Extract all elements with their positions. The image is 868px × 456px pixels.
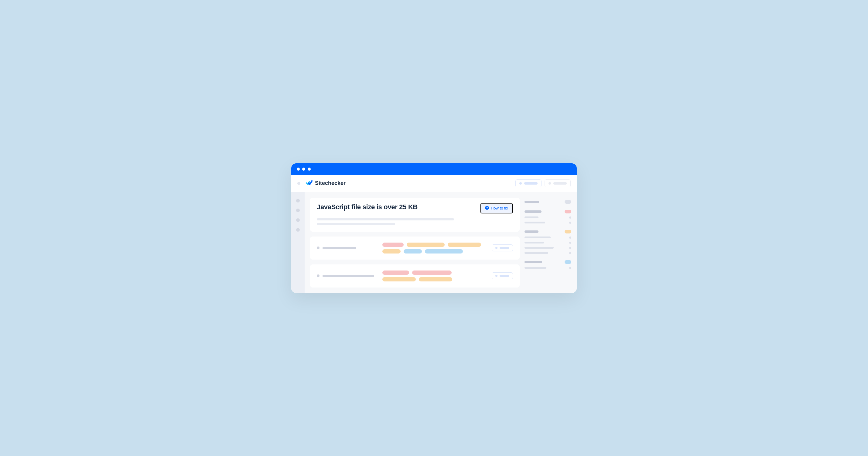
indicator-dot bbox=[569, 247, 571, 249]
status-badge bbox=[565, 230, 571, 233]
tag-badge bbox=[382, 277, 416, 282]
tag-badge bbox=[382, 249, 401, 254]
summary-subitem[interactable] bbox=[525, 222, 571, 224]
bullet-icon bbox=[317, 247, 319, 249]
checkmark-icon bbox=[305, 179, 312, 188]
summary-label bbox=[525, 222, 545, 223]
placeholder-icon bbox=[549, 182, 551, 185]
result-row bbox=[310, 236, 520, 260]
description-placeholder bbox=[317, 223, 395, 225]
tag-badge bbox=[419, 277, 452, 282]
window-control-close[interactable] bbox=[297, 168, 300, 171]
header-action-secondary[interactable] bbox=[545, 180, 571, 187]
summary-subitem[interactable] bbox=[525, 267, 571, 269]
indicator-dot bbox=[569, 236, 571, 239]
summary-label bbox=[525, 247, 554, 249]
summary-group bbox=[525, 260, 571, 269]
issue-title: JavaScript file size is over 25 KB bbox=[317, 203, 417, 211]
indicator-dot bbox=[569, 242, 571, 244]
help-icon bbox=[485, 206, 489, 211]
placeholder-icon bbox=[519, 182, 522, 185]
app-header: Sitechecker bbox=[291, 175, 577, 192]
summary-label bbox=[525, 242, 544, 243]
svg-point-1 bbox=[487, 208, 488, 209]
indicator-dot bbox=[569, 217, 571, 219]
tag-badge bbox=[448, 242, 481, 247]
url-placeholder bbox=[322, 275, 374, 277]
brand-logo[interactable]: Sitechecker bbox=[305, 179, 346, 188]
summary-label bbox=[525, 252, 548, 254]
placeholder-icon bbox=[495, 247, 497, 249]
sidebar-item[interactable] bbox=[296, 228, 300, 232]
placeholder-label bbox=[500, 247, 509, 249]
status-badge bbox=[565, 210, 571, 214]
summary-item[interactable] bbox=[525, 210, 571, 214]
result-url[interactable] bbox=[317, 274, 377, 277]
summary-item[interactable] bbox=[525, 230, 571, 233]
summary-label bbox=[525, 230, 538, 233]
row-action-button[interactable] bbox=[492, 272, 513, 279]
window-control-maximize[interactable] bbox=[308, 168, 311, 171]
tag-badge bbox=[407, 242, 445, 247]
status-badge bbox=[565, 260, 571, 264]
how-to-fix-label: How to fix bbox=[491, 206, 508, 210]
summary-subitem[interactable] bbox=[525, 236, 571, 239]
summary-subitem[interactable] bbox=[525, 217, 571, 219]
menu-icon[interactable] bbox=[297, 182, 300, 185]
tag-badge bbox=[425, 249, 463, 254]
placeholder-label bbox=[524, 182, 537, 185]
placeholder-icon bbox=[495, 275, 497, 277]
bullet-icon bbox=[317, 274, 319, 277]
url-placeholder bbox=[322, 247, 356, 249]
issue-details-panel: JavaScript file size is over 25 KB How t… bbox=[310, 198, 520, 288]
browser-window: Sitechecker JavaScript file s bbox=[291, 163, 577, 293]
summary-item[interactable] bbox=[525, 200, 571, 204]
header-action-primary[interactable] bbox=[516, 180, 541, 187]
summary-group bbox=[525, 210, 571, 224]
row-action-button[interactable] bbox=[492, 245, 513, 251]
how-to-fix-button[interactable]: How to fix bbox=[480, 203, 513, 214]
summary-sidebar bbox=[525, 198, 571, 288]
summary-group bbox=[525, 200, 571, 204]
result-row bbox=[310, 264, 520, 288]
window-control-minimize[interactable] bbox=[302, 168, 305, 171]
result-tags bbox=[382, 270, 487, 282]
summary-label bbox=[525, 201, 539, 203]
sidebar-item[interactable] bbox=[296, 199, 300, 202]
description-placeholder bbox=[317, 218, 454, 220]
summary-group bbox=[525, 230, 571, 254]
tag-badge bbox=[382, 242, 404, 247]
result-url[interactable] bbox=[317, 247, 377, 249]
status-badge bbox=[565, 200, 571, 204]
result-tags bbox=[382, 242, 487, 254]
tag-badge bbox=[404, 249, 422, 254]
summary-label bbox=[525, 210, 541, 213]
placeholder-label bbox=[500, 275, 509, 277]
indicator-dot bbox=[569, 267, 571, 269]
tag-badge bbox=[412, 270, 452, 275]
summary-subitem[interactable] bbox=[525, 247, 571, 249]
brand-name: Sitechecker bbox=[315, 180, 346, 186]
sidebar-nav bbox=[291, 192, 305, 293]
header-actions bbox=[516, 180, 571, 187]
indicator-dot bbox=[569, 252, 571, 254]
summary-item[interactable] bbox=[525, 260, 571, 264]
indicator-dot bbox=[569, 222, 571, 224]
summary-label bbox=[525, 261, 542, 263]
issue-header-card: JavaScript file size is over 25 KB How t… bbox=[310, 198, 520, 232]
summary-label bbox=[525, 236, 551, 238]
summary-subitem[interactable] bbox=[525, 242, 571, 244]
app-body: JavaScript file size is over 25 KB How t… bbox=[291, 192, 577, 293]
summary-subitem[interactable] bbox=[525, 252, 571, 254]
placeholder-label bbox=[553, 182, 567, 185]
window-title-bar bbox=[291, 163, 577, 175]
sidebar-item[interactable] bbox=[296, 208, 300, 212]
summary-label bbox=[525, 217, 538, 218]
summary-label bbox=[525, 267, 546, 269]
sidebar-item[interactable] bbox=[296, 218, 300, 222]
tag-badge bbox=[382, 270, 409, 275]
main-content: JavaScript file size is over 25 KB How t… bbox=[305, 192, 577, 293]
